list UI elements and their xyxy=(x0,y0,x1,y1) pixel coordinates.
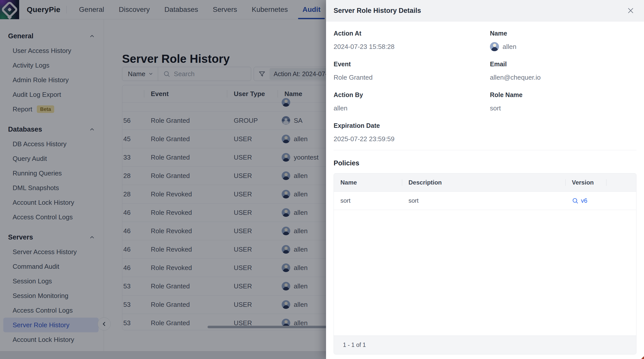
field-role-name: Role Name sort xyxy=(490,91,636,113)
field-value: Role Granted xyxy=(334,73,490,82)
policy-name: sort xyxy=(334,197,402,204)
policy-description: sort xyxy=(402,197,565,204)
field-value: 2025-07-22 23:59:59 xyxy=(334,134,490,143)
user-avatar xyxy=(490,42,499,51)
pagination-label: 1 - 1 of 1 xyxy=(343,342,366,348)
policies-column-description[interactable]: Description xyxy=(402,179,565,186)
details-panel: Server Role History Details Action At 20… xyxy=(326,0,644,359)
field-expiration-date: Expiration Date 2025-07-22 23:59:59 xyxy=(334,122,490,143)
field-value: allen xyxy=(490,42,636,51)
version-label: v6 xyxy=(581,197,587,204)
policies-empty-space xyxy=(334,210,636,336)
detail-fields: Action At 2024-07-23 15:58:28 Name allen… xyxy=(334,29,636,143)
details-panel-body: Action At 2024-07-23 15:58:28 Name allen… xyxy=(326,21,644,354)
field-value: sort xyxy=(490,104,636,113)
field-label: Event xyxy=(334,60,490,68)
field-event: Event Role Granted xyxy=(334,60,490,82)
field-action-at: Action At 2024-07-23 15:58:28 xyxy=(334,29,490,51)
policies-column-version[interactable]: Version xyxy=(565,179,606,186)
app-root: QueryPie General Discovery Databases Ser… xyxy=(0,0,644,359)
policies-table: Name Description Version sort sort v6 xyxy=(334,173,636,354)
field-email: Email allen@chequer.io xyxy=(490,60,636,82)
field-label: Expiration Date xyxy=(334,122,490,129)
field-label: Role Name xyxy=(490,91,636,99)
policies-heading: Policies xyxy=(334,159,636,167)
section-divider xyxy=(334,150,636,150)
close-icon xyxy=(627,7,634,14)
field-value: 2024-07-23 15:58:28 xyxy=(334,42,490,51)
policy-version-cell: v6 xyxy=(565,197,606,204)
field-label: Email xyxy=(490,60,636,68)
field-value: allen@chequer.io xyxy=(490,73,636,82)
details-panel-title: Server Role History Details xyxy=(334,7,421,15)
field-label: Name xyxy=(490,29,636,37)
user-name: allen xyxy=(503,42,516,51)
close-button[interactable] xyxy=(625,5,636,16)
field-label: Action By xyxy=(334,91,490,99)
field-value: allen xyxy=(334,104,490,113)
field-label: Action At xyxy=(334,29,490,37)
policies-column-name[interactable]: Name xyxy=(334,179,402,186)
magnifier-icon xyxy=(572,197,578,204)
details-panel-header: Server Role History Details xyxy=(326,0,644,21)
policies-pagination: 1 - 1 of 1 xyxy=(334,336,636,354)
policies-header-row: Name Description Version xyxy=(334,173,636,192)
field-action-by: Action By allen xyxy=(334,91,490,113)
field-name: Name allen xyxy=(490,29,636,51)
version-link[interactable]: v6 xyxy=(572,197,606,204)
policy-row[interactable]: sort sort v6 xyxy=(334,192,636,210)
